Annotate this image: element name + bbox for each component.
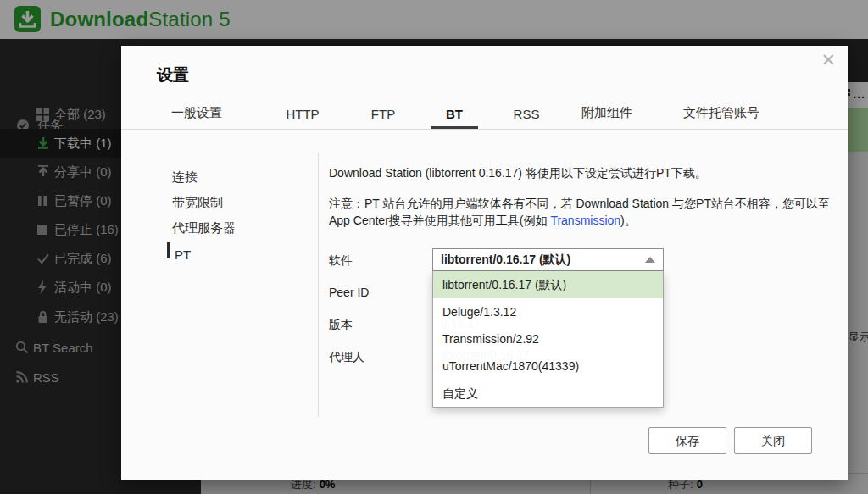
app-window: DownloadStation 5 任务 全部 (23) 下载中 (1) [0,0,868,494]
option-utorrentmac[interactable]: uTorrentMac/1870(41339) [433,352,663,380]
software-label: 软件 [329,253,353,269]
tab-general[interactable]: 一般设置 [156,105,237,129]
active-nav-marker [167,242,170,258]
settings-tabs-bar: 一般设置 HTTP FTP BT RSS 附加组件 文件托管账号 [121,100,848,130]
transmission-link[interactable]: Transmission [550,214,620,227]
agent-label: 代理人 [329,350,364,365]
software-select[interactable]: libtorrent/0.16.17 (默认) [432,248,664,271]
dialog-divider [318,153,319,417]
tab-http[interactable]: HTTP [270,107,334,129]
tab-file-hosting[interactable]: 文件托管账号 [668,105,775,129]
tab-ftp[interactable]: FTP [356,107,410,129]
version-label: 版本 [329,318,353,333]
tab-addons[interactable]: 附加组件 [566,105,648,129]
dialog-title: 设置 [157,64,189,86]
chevron-up-icon [645,257,655,263]
nav-item-proxy[interactable]: 代理服务器 [172,220,236,236]
close-icon[interactable]: ✕ [821,51,836,69]
software-select-value: libtorrent/0.16.17 (默认) [441,253,570,268]
close-button[interactable]: 关闭 [734,427,812,454]
tab-bt[interactable]: BT [431,107,478,129]
save-button[interactable]: 保存 [648,427,726,454]
pt-note-text: 注意：PT 站台允许的用户端软体各有不同，若 Download Station … [329,195,834,230]
settings-dialog: ✕ 设置 一般设置 HTTP FTP BT RSS 附加组件 文件托管账号 连接… [121,46,848,480]
option-libtorrent[interactable]: libtorrent/0.16.17 (默认) [433,271,663,298]
peer-id-label: Peer ID [329,286,369,299]
nav-item-connection[interactable]: 连接 [172,169,198,186]
option-custom[interactable]: 自定义 [433,380,663,407]
pt-intro-text: Download Station (libtorrent 0.16.17) 将使… [329,164,831,181]
tab-rss[interactable]: RSS [498,107,555,129]
option-deluge[interactable]: Deluge/1.3.12 [433,298,663,325]
option-transmission[interactable]: Transmission/2.92 [433,325,663,352]
nav-item-bandwidth[interactable]: 带宽限制 [172,195,223,211]
nav-item-pt[interactable]: PT [175,247,191,262]
software-option-list: libtorrent/0.16.17 (默认) Deluge/1.3.12 Tr… [432,271,664,408]
